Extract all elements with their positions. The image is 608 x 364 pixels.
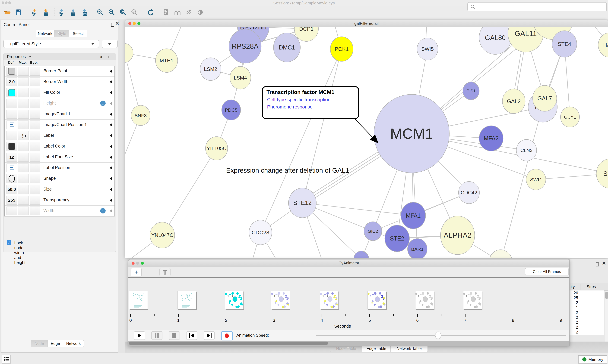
expand-row-icon[interactable] [110,144,112,148]
table-column-stress[interactable]: Stres [587,285,596,289]
default-value-cell[interactable] [6,131,17,140]
network-node-bottompartial[interactable] [354,251,369,258]
network-canvas[interactable]: RPS28BDCP1RPS28ADMC1PCK1MTH1LSM2LSM4SNF3… [125,27,608,258]
network-node-YIL105C[interactable]: YIL105C [206,137,228,160]
default-value-cell[interactable] [6,99,17,108]
mapping-cell[interactable] [18,207,29,215]
property-row-transparency[interactable]: 255Transparency [5,195,114,206]
properties-header[interactable]: Properties ›› ‹‹ [3,53,116,60]
property-row-image-chart-position-1[interactable]: Image/Chart Position 1 [5,119,114,130]
network-node-PCK1[interactable]: PCK1 [330,37,353,61]
mapping-cell[interactable] [18,174,29,183]
frame-thumbnail-2[interactable] [225,291,244,309]
bypass-cell[interactable] [30,196,40,205]
frame-thumbnail-4[interactable] [320,291,339,309]
mapping-cell[interactable] [18,120,29,129]
default-value-cell[interactable]: 50.0 [6,185,17,194]
network-node-BAR1[interactable]: BAR1 [408,239,427,258]
network-node-LSM2[interactable]: LSM2 [200,58,221,80]
property-row-border-width[interactable]: 2.0Border Width [5,77,114,87]
info-icon[interactable]: i [100,101,106,106]
frame-thumbnail-0[interactable] [129,291,148,309]
default-value-cell[interactable] [6,88,17,97]
default-value-cell[interactable] [6,142,17,151]
timeline-scrollbar-thumb[interactable] [129,341,328,345]
network-node-GIC2[interactable]: GIC2 [364,222,382,241]
task-history-button[interactable] [2,355,11,364]
network-node-SWI4[interactable]: SWI4 [526,169,546,190]
export-network-button[interactable] [57,8,66,17]
default-value-cell[interactable]: 12 [6,153,17,162]
tab-network-table[interactable]: Network Table [391,345,428,352]
frame-thumbnail-7[interactable] [463,291,482,309]
mapping-cell[interactable] [18,142,29,151]
next-frame-button[interactable] [204,331,215,340]
mapping-cell[interactable] [18,67,29,76]
table-row[interactable]: 25 [569,295,604,300]
bypass-cell[interactable] [30,153,40,162]
export-table-button[interactable] [69,8,78,17]
annotation-box[interactable]: Transcription factor MCM1 Cell-type-spec… [262,86,359,119]
tab-edge-table[interactable]: Edge Table [362,345,391,352]
default-value-cell[interactable] [6,120,17,129]
table-row[interactable]: 2 [569,325,604,330]
network-node-HAP2[interactable]: HAP2 [598,33,608,57]
tab-node[interactable]: Node [31,340,48,347]
property-row-height[interactable]: Heighti [5,98,114,109]
info-icon[interactable]: i [100,208,106,213]
stop-button[interactable] [169,331,180,340]
style-selector[interactable]: galFiltered Style [3,40,99,48]
import-table-button[interactable] [41,8,50,17]
zoom-out-button[interactable] [107,8,116,17]
property-row-border-paint[interactable]: Border Paint [5,66,114,77]
default-value-cell[interactable] [6,110,17,118]
property-row-size[interactable]: 50.0Size [5,184,114,195]
table-row[interactable]: 2 [569,330,604,335]
mapping-cell[interactable] [18,164,29,172]
mapping-cell[interactable] [18,185,29,194]
network-node-PDC5[interactable]: PDC5 [222,100,241,120]
network-node-LSM4[interactable]: LSM4 [230,66,251,89]
property-row-image-chart-1[interactable]: Image/Chart 1 [5,109,114,119]
network-node-SLT2[interactable]: SLT2 [596,159,608,188]
annotation-link-1[interactable]: Cell-type-specific transcription [267,97,331,102]
frame-thumbnail-6[interactable] [415,291,434,309]
table-row[interactable]: 2 [569,300,604,305]
mapping-cell[interactable] [18,196,29,205]
save-session-button[interactable] [14,8,23,17]
network-node-STE2[interactable]: STE2 [385,225,409,252]
expand-row-icon[interactable] [110,80,112,84]
default-value-cell[interactable] [6,174,17,183]
bypass-cell[interactable] [30,110,40,118]
lock-size-checkbox[interactable]: ✓ [7,240,11,245]
table-row[interactable]: 2 [569,310,604,315]
table-row[interactable]: 2 [569,320,604,325]
expand-row-icon[interactable] [110,155,112,159]
network-node-GCY1[interactable]: GCY1 [561,107,580,127]
network-node-GAL7[interactable]: GAL7 [533,85,557,111]
network-node-YNL047C[interactable]: YNL047C [150,222,175,248]
mapping-cell[interactable] [18,88,29,97]
tab-node-table[interactable]: Node Table [330,345,362,352]
network-node-RPS28A[interactable]: RPS28A [229,29,261,63]
expand-row-icon[interactable] [110,166,112,170]
default-value-cell[interactable]: 255 [6,196,17,205]
table-column-ity[interactable]: ity [571,285,575,289]
network-node-GAL2[interactable]: GAL2 [502,89,525,114]
network-node-ALPHA2[interactable]: ALPHA2 [441,216,475,255]
expand-row-icon[interactable] [110,102,112,105]
bypass-cell[interactable] [30,142,40,151]
animation-speed-thumb[interactable] [435,332,441,339]
bypass-cell[interactable] [30,78,40,86]
bypass-cell[interactable] [30,207,40,215]
network-node-TUP1[interactable]: TUP1 [489,250,512,258]
network-node-SNF3[interactable]: SNF3 [131,105,150,126]
default-value-cell[interactable] [6,164,17,172]
frame-thumbnail-5[interactable] [368,291,386,309]
network-node-STE12[interactable]: STE12 [289,188,316,218]
expand-row-icon[interactable] [110,69,112,73]
close-panel-icon[interactable]: ✕ [115,22,119,26]
add-frame-button[interactable]: + [131,268,142,276]
frame-thumbnail-3[interactable] [271,291,290,309]
network-window-titlebar[interactable]: galFiltered.sif [125,20,608,27]
